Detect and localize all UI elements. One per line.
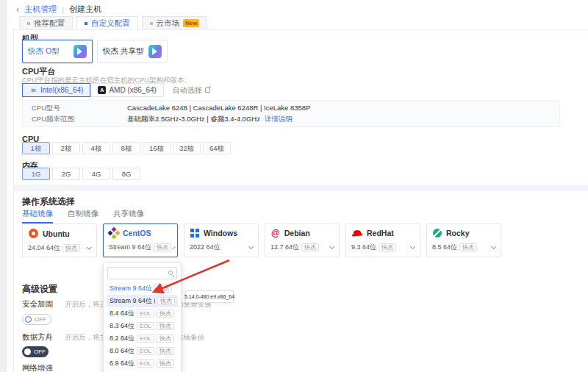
chevron-up-icon (172, 246, 175, 249)
version-option-stream9[interactable]: Stream 9 64位 快杰 (107, 282, 178, 295)
cpu-platform-option-label: AMD (x86_64) (109, 86, 156, 94)
memory-option-1g[interactable]: 1G (22, 168, 50, 180)
breadcrumb-separator: | (62, 5, 64, 14)
os-version-select[interactable]: 2022 64位 (184, 243, 258, 252)
chevron-down-icon (491, 243, 496, 248)
os-name: Ubuntu (43, 229, 70, 238)
machine-type-card-o[interactable]: 快杰 O型 (22, 40, 93, 63)
cpu-core-options: 1核 2核 4核 8核 16核 32核 64核 (22, 142, 231, 154)
collapsed-sidebar[interactable] (0, 0, 7, 372)
version-label: 8.4 64位 (110, 309, 135, 318)
os-version: 12.7 64位 (270, 243, 299, 252)
os-card-centos[interactable]: CentOS Stream 9 64位 快杰 (103, 223, 178, 257)
eol-tag: EOL (137, 347, 154, 355)
tab-label: 推荐配置 (34, 18, 65, 29)
cpu-platform-options: in Intel(x86_64) A AMD (x86_64) 自动选择 (22, 83, 210, 97)
version-option-8-0[interactable]: 8.0 64位 EOL 快杰 (107, 345, 178, 357)
memory-option-2g[interactable]: 2G (52, 168, 80, 180)
windows-icon (190, 229, 199, 237)
cpu-option-1core[interactable]: 1核 (22, 142, 50, 154)
cpu-option-8core[interactable]: 8核 (112, 142, 140, 154)
tab-label: 云市场 (157, 18, 180, 29)
external-link-icon (205, 87, 210, 93)
tab-marker-icon (150, 22, 153, 25)
back-chevron-icon[interactable]: ‹ (16, 4, 19, 14)
cpu-option-4core[interactable]: 4核 (82, 142, 110, 154)
version-option-8-2[interactable]: 8.2 64位 EOL 快杰 (107, 332, 178, 345)
tab-base-image[interactable]: 基础镜像 (22, 209, 53, 223)
tab-cloud-market[interactable]: 云市场 New (142, 16, 208, 30)
os-version-select[interactable]: 8.5 64位 快杰 (427, 243, 501, 252)
os-card-windows[interactable]: Windows 2022 64位 (184, 223, 259, 257)
cpu-frequency-value: 基础频率2.5GHz-3.0GHz | 睿频3.4-4.0GHz (127, 114, 260, 124)
security-hardening-toggle[interactable]: OFF (22, 314, 51, 325)
version-option-6-9[interactable]: 6.9 64位 EOL 快杰 (107, 357, 178, 370)
tab-recommended-config[interactable]: 推荐配置 (19, 16, 73, 30)
dropdown-search[interactable] (107, 267, 177, 279)
memory-option-8g[interactable]: 8G (112, 168, 140, 180)
toggle-knob (25, 316, 32, 323)
os-card-rocky[interactable]: Rocky 8.5 64位 快杰 (426, 223, 501, 257)
chevron-down-icon (248, 243, 254, 248)
kuaijie-tag: 快杰 (157, 347, 174, 355)
eol-tag: EOL (137, 360, 154, 368)
breadcrumb-parent[interactable]: 主机管理 (24, 4, 57, 15)
tab-custom-image[interactable]: 自制镜像 (68, 209, 98, 223)
version-option-8-4[interactable]: 8.4 64位 EOL 快杰 (107, 307, 178, 320)
auto-select-link[interactable]: 自动选择 (173, 85, 210, 96)
version-option-8-3[interactable]: 8.3 64位 EOL 快杰 (107, 320, 178, 332)
cpu-option-32core[interactable]: 32核 (173, 142, 201, 154)
advanced-settings-title: 高级设置 (22, 283, 57, 296)
tab-marker-icon (85, 22, 87, 25)
search-input[interactable] (108, 271, 176, 282)
version-label: Stream 9 64位 (110, 284, 152, 293)
tab-custom-config[interactable]: 自定义配置 (76, 16, 138, 30)
page-title: 创建主机 (69, 4, 101, 15)
rocky-icon (433, 229, 442, 237)
details-link[interactable]: 详情说明 (265, 114, 293, 124)
os-name: CentOS (123, 229, 151, 237)
auto-select-label: 自动选择 (173, 85, 202, 96)
amd-icon: A (98, 86, 106, 94)
os-version-select[interactable]: Stream 9 64位 快杰 (104, 243, 177, 252)
cpu-option-64core[interactable]: 64核 (203, 142, 231, 154)
data-ark-toggle[interactable]: OFF (22, 346, 49, 357)
tab-shared-image[interactable]: 共享镜像 (113, 209, 144, 223)
data-ark-label: 数据方舟 (22, 332, 53, 343)
redhat-icon (352, 230, 362, 237)
chevron-down-icon (329, 243, 334, 248)
cpu-frequency-label: CPU频率范围 (32, 114, 127, 124)
os-card-ubuntu[interactable]: Ubuntu 24.04 64位 快杰 (22, 223, 97, 257)
os-version: 2022 64位 (190, 243, 220, 252)
machine-type-card-shared[interactable]: 快杰 共享型 (97, 40, 168, 63)
kuaijie-tag: 快杰 (379, 243, 396, 251)
kuaijie-tag: 快杰 (157, 322, 174, 330)
version-option-stream9-candidate[interactable]: Stream 9 64位 (candidat... 快杰 (107, 295, 178, 307)
os-name: Debian (284, 229, 310, 237)
cpu-platform-intel[interactable]: in Intel(x86_64) (22, 83, 90, 97)
os-version: 24.04 64位 (28, 243, 60, 253)
os-card-redhat[interactable]: RedHat 9.3 64位 快杰 (345, 223, 420, 257)
search-icon (168, 271, 173, 275)
cpu-option-16core[interactable]: 16核 (143, 142, 171, 154)
eol-tag: EOL (137, 310, 154, 318)
kuaijie-tag: 快杰 (301, 243, 319, 251)
kuaijie-tag: 快杰 (157, 297, 175, 305)
toggle-label: OFF (34, 348, 46, 355)
os-version-dropdown: Stream 9 64位 快杰 Stream 9 64位 (candidat..… (103, 262, 182, 372)
cpu-option-2core[interactable]: 2核 (52, 142, 80, 154)
os-version-select[interactable]: 24.04 64位 快杰 (23, 243, 96, 253)
os-version-select[interactable]: 9.3 64位 快杰 (346, 243, 420, 252)
image-tabs: 基础镜像 自制镜像 共享镜像 (22, 209, 144, 223)
os-version-select[interactable]: 12.7 64位 快杰 (265, 243, 339, 252)
memory-option-4g[interactable]: 4G (82, 168, 110, 180)
cpu-frequency-row: CPU频率范围 基础频率2.5GHz-3.0GHz | 睿频3.4-4.0GHz… (32, 114, 551, 124)
cpu-model-value: CascadeLake 6248 | CascadeLake 6248R | I… (127, 103, 310, 113)
chevron-down-icon (87, 244, 92, 249)
os-section-title: 操作系统选择 (22, 196, 75, 208)
kuaijie-tag: 快杰 (62, 244, 80, 252)
version-label: 8.2 64位 (110, 334, 135, 343)
os-card-debian[interactable]: @ Debian 12.7 64位 快杰 (265, 223, 340, 257)
centos-icon (108, 227, 121, 240)
cpu-platform-amd[interactable]: A AMD (x86_64) (90, 83, 163, 97)
